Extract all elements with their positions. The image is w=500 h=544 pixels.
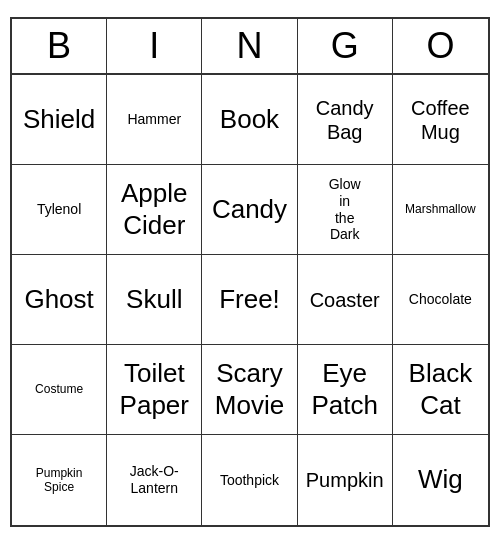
cell-text: Candy bbox=[212, 194, 287, 225]
bingo-cell[interactable]: EyePatch bbox=[298, 345, 393, 435]
cell-text: Costume bbox=[35, 382, 83, 396]
cell-text: Chocolate bbox=[409, 291, 472, 308]
bingo-cell[interactable]: Shield bbox=[12, 75, 107, 165]
bingo-grid: ShieldHammerBookCandyBagCoffeeMugTylenol… bbox=[12, 75, 488, 525]
bingo-cell[interactable]: AppleCider bbox=[107, 165, 202, 255]
bingo-cell[interactable]: BlackCat bbox=[393, 345, 488, 435]
bingo-cell[interactable]: Hammer bbox=[107, 75, 202, 165]
bingo-cell[interactable]: ToiletPaper bbox=[107, 345, 202, 435]
bingo-cell[interactable]: PumpkinSpice bbox=[12, 435, 107, 525]
cell-text: Coaster bbox=[310, 288, 380, 312]
bingo-cell[interactable]: Tylenol bbox=[12, 165, 107, 255]
bingo-cell[interactable]: ScaryMovie bbox=[202, 345, 297, 435]
bingo-cell[interactable]: Pumpkin bbox=[298, 435, 393, 525]
cell-text: Shield bbox=[23, 104, 95, 135]
bingo-cell[interactable]: Costume bbox=[12, 345, 107, 435]
cell-text: BlackCat bbox=[409, 358, 473, 420]
cell-text: Hammer bbox=[127, 111, 181, 128]
bingo-cell[interactable]: Book bbox=[202, 75, 297, 165]
bingo-card: BINGO ShieldHammerBookCandyBagCoffeeMugT… bbox=[10, 17, 490, 527]
bingo-header: BINGO bbox=[12, 19, 488, 75]
bingo-cell[interactable]: Free! bbox=[202, 255, 297, 345]
header-letter: N bbox=[202, 19, 297, 73]
header-letter: O bbox=[393, 19, 488, 73]
bingo-cell[interactable]: CoffeeMug bbox=[393, 75, 488, 165]
cell-text: Ghost bbox=[24, 284, 93, 315]
header-letter: B bbox=[12, 19, 107, 73]
cell-text: Tylenol bbox=[37, 201, 81, 218]
bingo-cell[interactable]: Toothpick bbox=[202, 435, 297, 525]
cell-text: Toothpick bbox=[220, 472, 279, 489]
cell-text: ToiletPaper bbox=[120, 358, 189, 420]
cell-text: Free! bbox=[219, 284, 280, 315]
cell-text: EyePatch bbox=[311, 358, 378, 420]
cell-text: CoffeeMug bbox=[411, 96, 470, 144]
bingo-cell[interactable]: Candy bbox=[202, 165, 297, 255]
cell-text: ScaryMovie bbox=[215, 358, 284, 420]
cell-text: AppleCider bbox=[121, 178, 188, 240]
header-letter: G bbox=[298, 19, 393, 73]
cell-text: PumpkinSpice bbox=[36, 466, 83, 495]
bingo-cell[interactable]: Coaster bbox=[298, 255, 393, 345]
bingo-cell[interactable]: GlowintheDark bbox=[298, 165, 393, 255]
bingo-cell[interactable]: Ghost bbox=[12, 255, 107, 345]
bingo-cell[interactable]: Wig bbox=[393, 435, 488, 525]
bingo-cell[interactable]: CandyBag bbox=[298, 75, 393, 165]
bingo-cell[interactable]: Skull bbox=[107, 255, 202, 345]
cell-text: GlowintheDark bbox=[329, 176, 361, 243]
bingo-cell[interactable]: Marshmallow bbox=[393, 165, 488, 255]
cell-text: CandyBag bbox=[316, 96, 374, 144]
cell-text: Book bbox=[220, 104, 279, 135]
cell-text: Jack-O-Lantern bbox=[111, 463, 197, 497]
cell-text: Marshmallow bbox=[405, 202, 476, 216]
bingo-cell[interactable]: Jack-O-Lantern bbox=[107, 435, 202, 525]
cell-text: Pumpkin bbox=[306, 468, 384, 492]
cell-text: Skull bbox=[126, 284, 182, 315]
cell-text: Wig bbox=[418, 464, 463, 495]
bingo-cell[interactable]: Chocolate bbox=[393, 255, 488, 345]
header-letter: I bbox=[107, 19, 202, 73]
